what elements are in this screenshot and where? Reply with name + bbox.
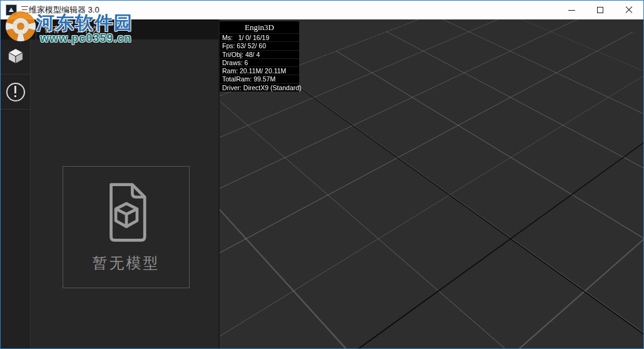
left-column: 打开 保存 另存为 <box>1 19 218 348</box>
cube-icon <box>7 47 24 67</box>
alert-circle-icon <box>6 83 25 102</box>
app-icon <box>6 4 17 16</box>
maximize-icon <box>597 7 603 13</box>
save-as-button[interactable]: 另存为 <box>69 19 108 39</box>
viewport-3d[interactable]: Engin3D Ms: 1/ 0/ 16/19 Fps: 63/ 52/ 60 … <box>218 19 643 348</box>
app-window: 三维家模型编辑器 3.0 打开 保存 另存为 <box>0 0 644 349</box>
sidebar-item-model[interactable] <box>1 39 30 75</box>
stats-row-ms: Ms: 1/ 0/ 16/19 <box>220 33 299 41</box>
stats-row-driver: Driver: DirectX9 (Standard) <box>220 83 299 91</box>
window-controls <box>557 1 643 19</box>
save-button[interactable]: 保存 <box>36 19 69 39</box>
close-button[interactable] <box>615 1 643 19</box>
stats-row-totalram: TotalRam: 99.57M <box>220 75 299 83</box>
close-icon <box>625 6 633 14</box>
minimize-icon <box>568 10 575 11</box>
minimize-button[interactable] <box>557 1 586 19</box>
titlebar[interactable]: 三维家模型编辑器 3.0 <box>1 1 643 19</box>
stats-row-ram: Ram: 20.11M/ 20.11M <box>220 66 299 75</box>
stats-row-triobj: Tri/Obj: 48/ 4 <box>220 50 299 58</box>
empty-model-label: 暂无模型 <box>93 253 160 273</box>
grid-axis-x <box>279 73 643 348</box>
model-file-icon <box>103 182 150 243</box>
toolbar: 打开 保存 另存为 <box>1 19 218 39</box>
main-area: 打开 保存 另存为 <box>1 19 643 348</box>
engine-stats-title: Engin3D <box>220 21 299 33</box>
sidebar <box>1 39 31 348</box>
stats-row-fps: Fps: 63/ 52/ 60 <box>220 41 299 49</box>
grid-axis-z <box>218 73 643 348</box>
stats-row-draws: Draws: 6 <box>220 58 299 66</box>
maximize-button[interactable] <box>586 1 615 19</box>
window-title: 三维家模型编辑器 3.0 <box>21 4 100 16</box>
model-panel: 暂无模型 <box>31 39 218 348</box>
sidebar-item-info[interactable] <box>1 75 30 110</box>
empty-model-placeholder: 暂无模型 <box>63 166 190 288</box>
engine-stats-panel: Engin3D Ms: 1/ 0/ 16/19 Fps: 63/ 52/ 60 … <box>220 21 299 91</box>
open-button[interactable]: 打开 <box>1 19 36 39</box>
left-body: 暂无模型 <box>1 39 218 348</box>
